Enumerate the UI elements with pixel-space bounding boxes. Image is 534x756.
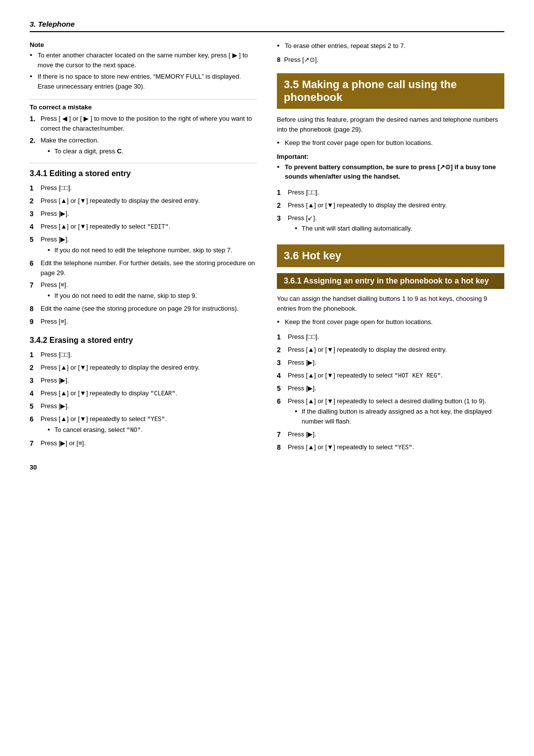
note-label: Note	[30, 41, 257, 48]
edit-step-7: 7 Press [≡]. If you do not need to edit …	[30, 280, 257, 301]
note-bullet-2: If there is no space to store new entrie…	[30, 72, 257, 91]
edit-step-6: 6 Edit the telephone number. For further…	[30, 258, 257, 278]
phonebook-step-1: 1 Press [□□].	[277, 188, 504, 198]
erase-step-4: 4 Press [▲] or [▼] repeatedly to display…	[30, 388, 257, 399]
hotkey-step-4: 4 Press [▲] or [▼] repeatedly to select …	[277, 371, 504, 381]
section-341-heading: 3.4.1 Editing a stored entry	[30, 169, 257, 178]
correct-step-2-sub: To clear a digit, press C.	[47, 146, 257, 156]
erase-step-1: 1 Press [□□].	[30, 350, 257, 360]
hotkey-step-7: 7 Press [▶].	[277, 429, 504, 440]
phonebook-step-2: 2 Press [▲] or [▼] repeatedly to display…	[277, 200, 504, 211]
correct-mistake-label: To correct a mistake	[30, 103, 257, 111]
right-step-8: 8 Press [↗⊙].	[277, 56, 504, 63]
edit-step-1: 1 Press [□□].	[30, 183, 257, 193]
hotkey-step-2: 2 Press [▲] or [▼] repeatedly to display…	[277, 345, 504, 355]
section-35-banner: 3.5 Making a phone call using the phoneb…	[277, 73, 504, 109]
section-title: 3. Telephone	[30, 20, 75, 28]
phonebook-step-3: 3 Press [↙]. The unit will start diallin…	[277, 213, 504, 235]
right-column: To erase other entries, repeat steps 2 t…	[277, 41, 504, 736]
phonebook-step-3-sub: The unit will start dialling automatical…	[295, 224, 504, 234]
correct-mistake-section: To correct a mistake 1. Press [ ◀ ] or […	[30, 99, 257, 157]
edit-step-8: 8 Edit the name (see the storing procedu…	[30, 304, 257, 314]
edit-step-3: 3 Press [▶].	[30, 209, 257, 219]
edit-step-4: 4 Press [▲] or [▼] repeatedly to select …	[30, 222, 257, 232]
important-text: To prevent battery consumption, be sure …	[277, 162, 504, 182]
correct-step-2: 2. Make the correction. To clear a digit…	[30, 136, 257, 157]
section-35-intro: Before using this feature, program the d…	[277, 115, 504, 134]
section-36-title: 3.6 Hot key	[284, 249, 497, 262]
section-361-intro: You can assign the handset dialling butt…	[277, 294, 504, 313]
hotkey-step-6-sub: If the dialling button is already assign…	[295, 407, 504, 426]
content-area: Note To enter another character located …	[30, 41, 504, 736]
section-35-bullet-list: Keep the front cover page open for butto…	[277, 138, 504, 148]
page: 3. Telephone Note To enter another chara…	[0, 0, 534, 756]
correct-mistake-steps: 1. Press [ ◀ ] or [ ▶ ] to move to the p…	[30, 114, 257, 157]
edit-step-9: 9 Press [≡].	[30, 317, 257, 327]
page-header: 3. Telephone	[30, 20, 504, 32]
section-361-bullet: Keep the front cover page open for butto…	[277, 317, 504, 327]
edit-step-7-sub: If you do not need to edit the name, ski…	[47, 291, 257, 301]
section-divider-1	[30, 163, 257, 163]
edit-step-5-sub: If you do not need to edit the telephone…	[47, 245, 257, 255]
hotkey-step-8: 8 Press [▲] or [▼] repeatedly to select …	[277, 442, 504, 453]
hotkey-step-3: 3 Press [▶].	[277, 358, 504, 368]
correct-step-1: 1. Press [ ◀ ] or [ ▶ ] to move to the p…	[30, 114, 257, 133]
hotkey-step-6: 6 Press [▲] or [▼] repeatedly to select …	[277, 396, 504, 427]
section-342-steps: 1 Press [□□]. 2 Press [▲] or [▼] repeate…	[30, 350, 257, 449]
erase-step-6: 6 Press [▲] or [▼] repeatedly to select …	[30, 414, 257, 436]
erase-note-item: To erase other entries, repeat steps 2 t…	[277, 41, 504, 51]
edit-step-5: 5 Press [▶]. If you do not need to edit …	[30, 235, 257, 256]
section-35-important: Important: To prevent battery consumptio…	[277, 153, 504, 182]
section-35-title: 3.5 Making a phone call using the phoneb…	[284, 78, 497, 104]
hotkey-step-5: 5 Press [▶].	[277, 383, 504, 394]
section-361-title: 3.6.1 Assigning an entry in the phoneboo…	[284, 277, 497, 285]
erase-step-2: 2 Press [▲] or [▼] repeatedly to display…	[30, 363, 257, 373]
note-bullet-list: To enter another character located on th…	[30, 50, 257, 91]
section-36-banner: 3.6 Hot key	[277, 244, 504, 267]
erase-step-6-sub: To cancel erasing, select "NO".	[47, 425, 257, 435]
section-361-banner: 3.6.1 Assigning an entry in the phoneboo…	[277, 273, 504, 289]
note-bullet-1: To enter another character located on th…	[30, 50, 257, 70]
left-column: Note To enter another character located …	[30, 41, 257, 736]
page-number: 30	[30, 454, 257, 471]
important-label: Important:	[277, 153, 504, 160]
section-361-bullet-list: Keep the front cover page open for butto…	[277, 317, 504, 327]
erase-step-5: 5 Press [▶].	[30, 401, 257, 412]
edit-step-2: 2 Press [▲] or [▼] repeatedly to display…	[30, 196, 257, 206]
erase-step-7: 7 Press [▶] or [≡].	[30, 438, 257, 449]
section-35-bullet: Keep the front cover page open for butto…	[277, 138, 504, 148]
section-35-steps: 1 Press [□□]. 2 Press [▲] or [▼] repeate…	[277, 188, 504, 235]
erase-note-list: To erase other entries, repeat steps 2 t…	[277, 41, 504, 51]
section-361-steps: 1 Press [□□]. 2 Press [▲] or [▼] repeate…	[277, 332, 504, 453]
note-block: Note To enter another character located …	[30, 41, 257, 91]
section-342-heading: 3.4.2 Erasing a stored entry	[30, 336, 257, 345]
hotkey-step-1: 1 Press [□□].	[277, 332, 504, 342]
erase-step-3: 3 Press [▶].	[30, 376, 257, 386]
section-341-steps: 1 Press [□□]. 2 Press [▲] or [▼] repeate…	[30, 183, 257, 327]
